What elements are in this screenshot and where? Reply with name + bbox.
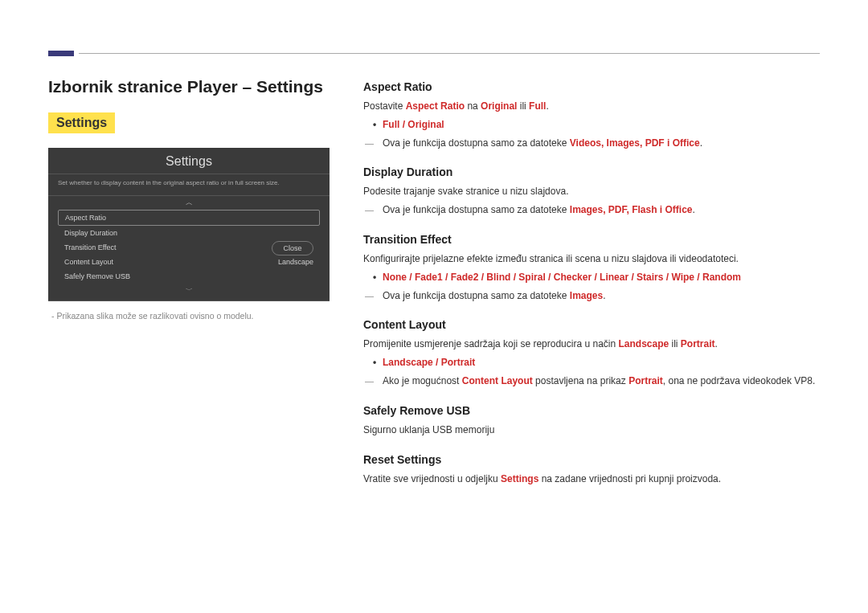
heading-aspect-ratio: Aspect Ratio: [363, 80, 820, 93]
panel-description: Set whether to display content in the or…: [48, 174, 330, 195]
heading-reset-settings: Reset Settings: [363, 453, 820, 466]
aspect-note: Ova je funkcija dostupna samo za datotek…: [363, 137, 820, 150]
section-settings-badge: Settings: [48, 112, 115, 133]
transition-options: None / Fade1 / Fade2 / Blind / Spiral / …: [363, 271, 820, 284]
left-column: Izbornik stranice Player – Settings Sett…: [48, 77, 354, 490]
usb-intro: Sigurno uklanja USB memoriju: [363, 423, 820, 437]
transition-intro: Konfigurirajte prijelazne efekte između …: [363, 252, 820, 266]
panel-footnote: - Prikazana slika može se razlikovati ov…: [48, 311, 354, 321]
reset-intro: Vratite sve vrijednosti u odjeljku Setti…: [363, 472, 820, 486]
panel-item-label: Transition Effect: [64, 243, 117, 251]
display-intro: Podesite trajanje svake stranice u nizu …: [363, 185, 820, 198]
panel-item-value: Landscape: [278, 258, 313, 266]
panel-item-display-duration[interactable]: Display Duration: [58, 226, 320, 240]
panel-item-aspect-ratio[interactable]: Aspect Ratio: [58, 210, 320, 226]
panel-item-label: Safely Remove USB: [64, 272, 130, 280]
accent-bar: [48, 51, 74, 56]
layout-options: Landscape / Portrait: [363, 356, 820, 370]
heading-safely-remove-usb: Safely Remove USB: [363, 404, 820, 417]
settings-panel: Settings Set whether to display content …: [48, 148, 330, 301]
aspect-intro: Postavite Aspect Ratio na Original ili F…: [363, 100, 820, 113]
panel-item-label: Display Duration: [64, 229, 117, 237]
arrow-up-icon[interactable]: ︿: [58, 196, 320, 210]
page-title: Izbornik stranice Player – Settings: [48, 77, 354, 96]
layout-note: Ako je mogućnost Content Layout postavlj…: [363, 374, 820, 388]
panel-list: ︿ Aspect Ratio Display Duration Transiti…: [48, 195, 330, 301]
right-column: Aspect Ratio Postavite Aspect Ratio na O…: [354, 77, 820, 490]
heading-transition-effect: Transition Effect: [363, 233, 820, 246]
layout-intro: Promijenite usmjerenje sadržaja koji se …: [363, 337, 820, 351]
panel-item-safely-remove-usb[interactable]: Safely Remove USB: [58, 269, 320, 284]
heading-display-duration: Display Duration: [363, 166, 820, 178]
page-content: Izbornik stranice Player – Settings Sett…: [48, 77, 820, 490]
panel-item-label: Content Layout: [64, 258, 113, 266]
close-button[interactable]: Close: [272, 241, 313, 255]
heading-content-layout: Content Layout: [363, 318, 820, 331]
header-rule: [79, 53, 820, 54]
panel-title: Settings: [48, 148, 330, 174]
transition-note: Ova je funkcija dostupna samo za datotek…: [363, 289, 820, 303]
aspect-options: Full / Original: [363, 118, 820, 132]
arrow-down-icon[interactable]: ﹀: [58, 284, 320, 297]
panel-item-label: Aspect Ratio: [65, 214, 106, 222]
panel-item-content-layout[interactable]: Content Layout Landscape: [58, 255, 320, 269]
display-note: Ova je funkcija dostupna samo za datotek…: [363, 203, 820, 217]
